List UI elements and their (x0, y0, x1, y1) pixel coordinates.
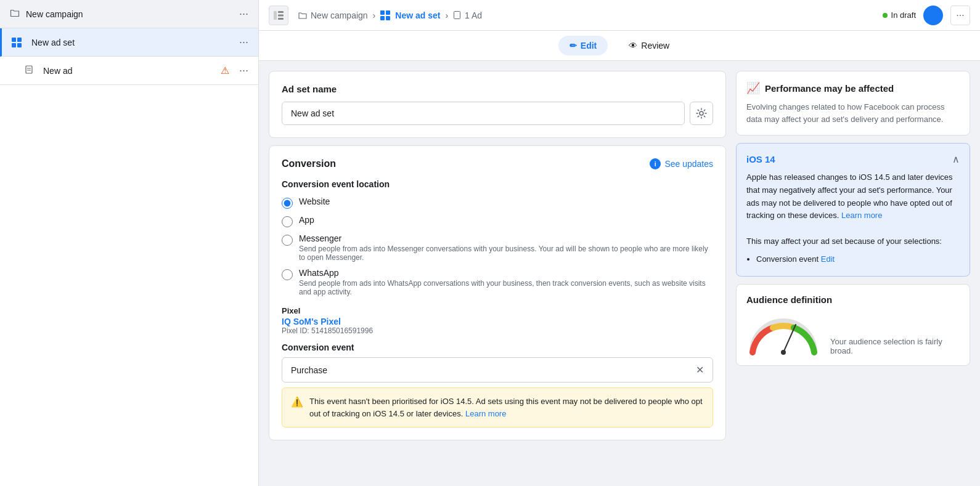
top-nav: New campaign › New ad set › 1 Ad In draf… (259, 0, 980, 31)
svg-rect-0 (26, 66, 32, 73)
ios14-header: iOS 14 ∧ (746, 153, 960, 165)
ios14-card: iOS 14 ∧ Apple has released changes to i… (736, 143, 970, 277)
adset-grid-icon (12, 38, 22, 47)
conv-event-label: Conversion event (282, 342, 713, 352)
pixel-id: Pixel ID: 514185016591996 (282, 326, 713, 335)
warning-text: This event hasn't been prioritised for i… (309, 395, 704, 419)
perf-header: 📈 Performance may be affected (746, 81, 960, 95)
warning-triangle-icon: ⚠ (221, 65, 229, 76)
edit-review-bar: ✏ Edit 👁 Review (259, 31, 980, 61)
audience-desc: Your audience selection is fairly broad. (830, 337, 960, 355)
ios14-learn-more-link[interactable]: Learn more (841, 211, 882, 220)
ad-file-icon (25, 65, 33, 76)
draft-status: In draft (883, 10, 916, 20)
ios-warning-box: ⚠️ This event hasn't been prioritised fo… (282, 387, 713, 427)
user-avatar[interactable] (923, 6, 943, 25)
audience-title: Audience definition (746, 294, 960, 305)
svg-point-8 (700, 111, 703, 115)
audience-gauge: Specific Broad (746, 312, 820, 355)
radio-app-label[interactable]: App (299, 215, 314, 225)
radio-whatsapp: WhatsApp Send people from ads into Whats… (282, 268, 713, 296)
main-content: New campaign › New ad set › 1 Ad In draf… (259, 0, 980, 486)
right-panel: 📈 Performance may be affected Evolving c… (736, 71, 970, 476)
ad-menu-btn[interactable]: ··· (239, 64, 248, 77)
conversion-card: Conversion i See updates Conversion even… (269, 145, 726, 440)
ios14-edit-link[interactable]: Edit (821, 254, 835, 264)
adset-name-label: Ad set name (282, 84, 713, 94)
edit-tab-btn[interactable]: ✏ Edit (558, 36, 608, 55)
perf-title: Performance may be affected (765, 83, 894, 94)
svg-point-10 (781, 350, 786, 355)
svg-rect-4 (278, 11, 284, 13)
review-tab-btn[interactable]: 👁 Review (618, 36, 680, 55)
ios14-collapse-btn[interactable]: ∧ (952, 153, 960, 165)
purchase-select[interactable]: Purchase ✕ (282, 357, 713, 383)
ad-label: New ad (43, 66, 221, 76)
gauge-container: Specific Broad Your audience selection i… (746, 312, 960, 355)
adset-label: New ad set (31, 38, 234, 47)
name-settings-btn[interactable] (690, 102, 713, 125)
purchase-close-btn[interactable]: ✕ (696, 364, 704, 376)
content-area: Ad set name Conversion i See upd (259, 61, 980, 486)
radio-app-input[interactable] (282, 216, 293, 227)
draft-dot (883, 13, 888, 18)
sidebar: New campaign ··· New ad set ··· New ad ⚠… (0, 0, 259, 486)
event-location-label: Conversion event location (282, 179, 713, 189)
conv-header: Conversion i See updates (282, 158, 713, 169)
audience-card: Audience definition (736, 284, 970, 366)
breadcrumb-sep-1: › (373, 10, 376, 20)
campaign-label: New campaign (26, 9, 234, 19)
breadcrumb-campaign[interactable]: New campaign (298, 10, 368, 20)
pixel-name: IQ SoM's Pixel (282, 317, 713, 326)
performance-card: 📈 Performance may be affected Evolving c… (736, 71, 970, 136)
info-icon: i (650, 158, 661, 169)
eye-icon: 👁 (629, 41, 637, 51)
form-panel: Ad set name Conversion i See upd (269, 71, 726, 476)
sidebar-toggle-btn[interactable] (269, 6, 288, 25)
radio-messenger-label[interactable]: Messenger Send people from ads into Mess… (299, 233, 713, 262)
radio-messenger: Messenger Send people from ads into Mess… (282, 233, 713, 262)
campaign-menu-btn[interactable]: ··· (239, 7, 248, 20)
nav-right: In draft ··· (883, 6, 970, 25)
radio-website-label[interactable]: Website (299, 196, 330, 206)
ios14-body: Apple has released changes to iOS 14.5 a… (746, 171, 960, 266)
folder-icon (10, 8, 20, 20)
pencil-icon: ✏ (570, 41, 577, 51)
sidebar-item-adset[interactable]: New ad set ··· (0, 28, 258, 57)
more-options-btn[interactable]: ··· (950, 6, 970, 25)
radio-website: Website (282, 196, 713, 209)
svg-rect-5 (278, 14, 284, 16)
radio-messenger-input[interactable] (282, 235, 293, 246)
breadcrumb-adset[interactable]: New ad set (380, 10, 440, 20)
svg-rect-6 (278, 18, 284, 20)
see-updates-btn[interactable]: i See updates (650, 158, 713, 169)
radio-app: App (282, 215, 713, 227)
event-location-radio-group: Website App (282, 196, 713, 296)
sidebar-item-campaign[interactable]: New campaign ··· (0, 0, 258, 28)
radio-whatsapp-input[interactable] (282, 269, 293, 280)
adset-name-card: Ad set name (269, 71, 726, 138)
conv-title: Conversion (282, 158, 336, 169)
radio-whatsapp-label[interactable]: WhatsApp Send people from ads into Whats… (299, 268, 713, 296)
ios14-title: iOS 14 (746, 154, 775, 164)
sidebar-item-ad[interactable]: New ad ⚠ ··· (0, 57, 258, 85)
trend-icon: 📈 (746, 81, 760, 95)
perf-desc: Evolving changes related to how Facebook… (746, 101, 960, 125)
name-row (282, 102, 713, 125)
svg-rect-3 (274, 11, 277, 20)
learn-more-link[interactable]: Learn more (465, 409, 506, 418)
breadcrumb-ad[interactable]: 1 Ad (453, 10, 482, 20)
breadcrumb: New campaign › New ad set › 1 Ad (298, 10, 883, 20)
svg-rect-7 (454, 12, 460, 19)
breadcrumb-sep-2: › (445, 10, 448, 20)
warning-icon: ⚠️ (291, 396, 303, 408)
adset-name-input[interactable] (282, 102, 685, 125)
adset-menu-btn[interactable]: ··· (239, 36, 248, 49)
purchase-value: Purchase (291, 365, 327, 375)
pixel-section: Pixel IQ SoM's Pixel Pixel ID: 514185016… (282, 306, 713, 335)
radio-website-input[interactable] (282, 198, 293, 209)
